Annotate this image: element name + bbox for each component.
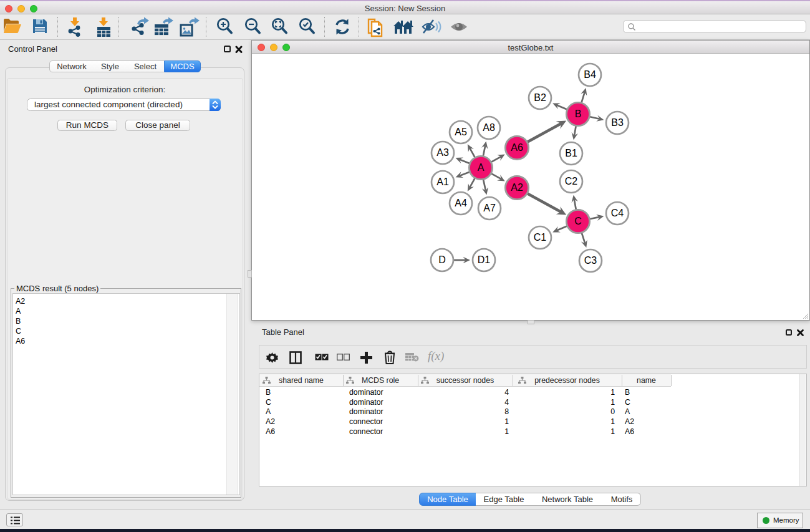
- svg-text:A8: A8: [483, 122, 495, 133]
- svg-text:A2: A2: [511, 182, 523, 193]
- svg-text:B4: B4: [584, 69, 596, 80]
- svg-text:B2: B2: [534, 92, 546, 103]
- svg-text:C2: C2: [565, 176, 578, 186]
- svg-text:A6: A6: [511, 142, 523, 153]
- svg-text:D: D: [438, 254, 446, 265]
- svg-text:C1: C1: [534, 232, 547, 243]
- svg-text:A: A: [478, 162, 485, 173]
- svg-text:A5: A5: [455, 127, 467, 137]
- svg-text:A1: A1: [436, 177, 449, 187]
- svg-text:D1: D1: [478, 254, 491, 265]
- svg-text:B: B: [575, 109, 582, 119]
- svg-text:B3: B3: [611, 117, 624, 128]
- svg-text:A7: A7: [483, 203, 496, 213]
- svg-text:C3: C3: [584, 255, 597, 266]
- svg-text:A3: A3: [436, 147, 449, 158]
- svg-text:C: C: [574, 216, 582, 226]
- svg-text:B1: B1: [565, 148, 577, 158]
- svg-text:A4: A4: [455, 198, 467, 208]
- svg-text:C4: C4: [611, 208, 624, 218]
